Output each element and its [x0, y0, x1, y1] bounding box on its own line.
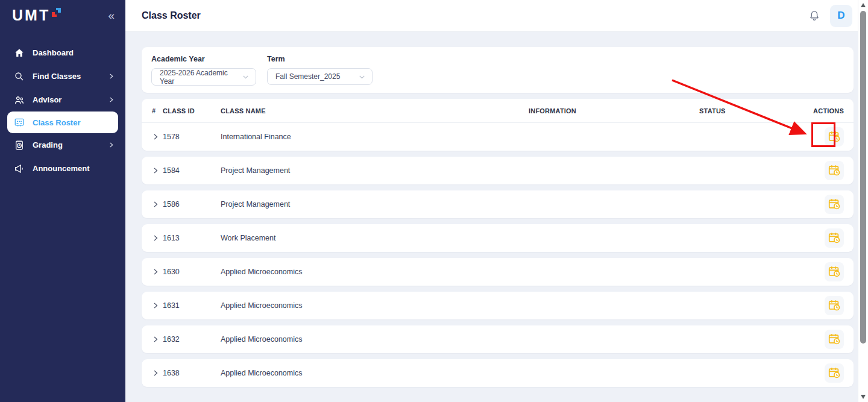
table-head-card: # CLASS ID CLASS NAME INFORMATION STATUS…: [142, 99, 854, 151]
scrollbar-down-arrow-icon[interactable]: [861, 395, 866, 399]
class-name-cell: Applied Microeconomics: [221, 301, 529, 310]
chevron-right-icon: [108, 142, 115, 148]
expand-chevron-icon[interactable]: [152, 268, 163, 275]
table-row[interactable]: 1578 International Finance: [142, 123, 854, 151]
table-header-row: # CLASS ID CLASS NAME INFORMATION STATUS…: [142, 99, 854, 123]
expand-chevron-icon[interactable]: [152, 336, 163, 343]
actions-cell: [805, 262, 844, 281]
sidebar-item-label: Dashboard: [33, 48, 74, 57]
sidebar-collapse-button[interactable]: «: [108, 10, 115, 21]
calendar-clock-icon: [828, 198, 841, 211]
row-list: 1584 Project Management 1586 Project Man…: [142, 157, 854, 387]
table-row[interactable]: 1632 Applied Microeconomics: [142, 325, 854, 353]
class-roster-page: UMT « Dashboard Find Classes: [0, 0, 868, 402]
column-header-number: #: [152, 107, 163, 115]
actions-cell: [805, 296, 844, 315]
class-id-cell: 1630: [163, 268, 221, 276]
calendar-clock-icon: [828, 299, 841, 312]
chevron-down-icon: [242, 73, 250, 81]
content: Academic Year 2025-2026 Academic Year Te…: [125, 31, 868, 402]
class-name-cell: Applied Microeconomics: [221, 268, 529, 276]
sidebar-item-announcement[interactable]: Announcement: [0, 157, 125, 180]
expand-chevron-icon[interactable]: [152, 201, 163, 208]
filters-card: Academic Year 2025-2026 Academic Year Te…: [142, 47, 854, 93]
class-schedule-button[interactable]: [825, 195, 844, 214]
scrollbar-thumb[interactable]: [860, 11, 866, 344]
page-title: Class Roster: [142, 10, 201, 21]
column-header-class-name: CLASS NAME: [221, 107, 529, 115]
term-filter: Term Fall Semester_2025: [267, 55, 373, 85]
class-schedule-button[interactable]: [825, 363, 844, 383]
first-row-slot: 1578 International Finance: [142, 123, 854, 151]
expand-chevron-icon[interactable]: [152, 167, 163, 174]
sidebar-item-grading[interactable]: A Grading: [0, 133, 125, 157]
svg-text:A: A: [18, 144, 20, 147]
class-id-cell: 1584: [163, 166, 221, 175]
chevron-right-icon: [108, 96, 115, 103]
expand-chevron-icon[interactable]: [152, 369, 163, 377]
sidebar-item-label: Grading: [33, 140, 63, 149]
table-row[interactable]: 1631 Applied Microeconomics: [142, 292, 854, 319]
class-schedule-button[interactable]: [825, 127, 844, 146]
class-name-cell: Project Management: [221, 200, 529, 209]
umt-logo: UMT: [12, 8, 50, 23]
academic-year-select[interactable]: 2025-2026 Academic Year: [151, 68, 256, 86]
actions-cell: [805, 127, 844, 146]
class-schedule-button[interactable]: [825, 330, 844, 349]
table-row[interactable]: 1638 Applied Microeconomics: [142, 359, 854, 387]
actions-cell: [805, 195, 844, 214]
class-id-cell: 1632: [163, 335, 221, 344]
sidebar: UMT « Dashboard Find Classes: [0, 0, 125, 402]
term-select[interactable]: Fall Semester_2025: [267, 68, 373, 85]
actions-cell: [805, 363, 844, 383]
user-avatar[interactable]: D: [830, 5, 852, 27]
class-name-cell: Project Management: [221, 166, 529, 175]
sidebar-item-class-roster[interactable]: Class Roster: [7, 111, 118, 133]
term-value: Fall Semester_2025: [275, 72, 340, 81]
search-icon: [13, 71, 25, 82]
column-header-status: STATUS: [699, 107, 805, 115]
class-roster-icon: [13, 117, 25, 128]
expand-chevron-icon[interactable]: [152, 234, 163, 242]
home-icon: [13, 47, 25, 58]
sidebar-item-label: Advisor: [33, 95, 61, 104]
class-id-cell: 1578: [163, 133, 221, 141]
notifications-bell-icon[interactable]: [808, 10, 820, 22]
vertical-scrollbar[interactable]: [858, 0, 868, 402]
sidebar-item-dashboard[interactable]: Dashboard: [0, 41, 125, 64]
sidebar-item-label: Class Roster: [33, 118, 80, 127]
table-row[interactable]: 1584 Project Management: [142, 157, 854, 184]
table-row[interactable]: 1613 Work Placement: [142, 224, 854, 252]
academic-year-label: Academic Year: [151, 55, 256, 63]
sidebar-item-label: Find Classes: [33, 72, 81, 81]
class-schedule-button[interactable]: [825, 296, 844, 315]
class-name-cell: International Finance: [221, 133, 529, 141]
logo-row: UMT «: [0, 0, 125, 30]
sidebar-item-find-classes[interactable]: Find Classes: [0, 64, 125, 88]
column-header-class-id: CLASS ID: [163, 107, 221, 115]
class-id-cell: 1613: [163, 234, 221, 242]
chevron-down-icon: [358, 73, 366, 81]
sidebar-nav: Dashboard Find Classes Advisor: [0, 30, 125, 180]
umt-logo-plus-icon: [51, 7, 61, 17]
class-name-cell: Work Placement: [221, 234, 529, 242]
scrollbar-up-arrow-icon[interactable]: [861, 3, 866, 7]
expand-chevron-icon[interactable]: [152, 302, 163, 309]
class-id-cell: 1631: [163, 301, 221, 310]
table-row[interactable]: 1586 Project Management: [142, 190, 854, 218]
calendar-clock-icon: [828, 333, 841, 346]
class-roster-table: # CLASS ID CLASS NAME INFORMATION STATUS…: [142, 99, 854, 387]
table-row[interactable]: 1630 Applied Microeconomics: [142, 258, 854, 286]
sidebar-item-advisor[interactable]: Advisor: [0, 88, 125, 111]
topbar-right: D: [808, 5, 852, 27]
academic-year-value: 2025-2026 Academic Year: [160, 69, 242, 86]
class-name-cell: Applied Microeconomics: [221, 335, 529, 344]
expand-chevron-icon[interactable]: [152, 133, 163, 140]
topbar: Class Roster D: [125, 0, 868, 31]
class-schedule-button[interactable]: [825, 228, 844, 248]
main-area: Class Roster D Academic Year 2025-2026 A…: [125, 0, 868, 402]
actions-cell: [805, 228, 844, 248]
class-schedule-button[interactable]: [825, 161, 844, 180]
class-schedule-button[interactable]: [825, 262, 844, 281]
grading-icon: A: [13, 139, 25, 151]
